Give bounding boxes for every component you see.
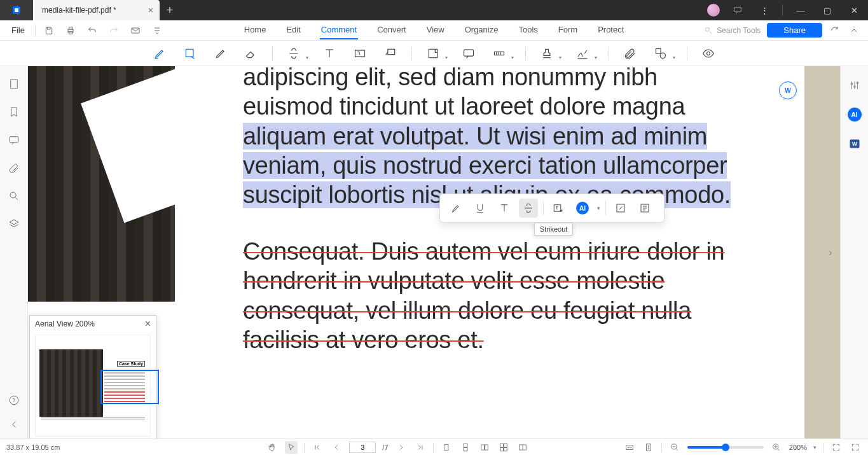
attachments-panel-icon[interactable] xyxy=(8,162,20,174)
hide-comments-icon[interactable] xyxy=(699,44,718,63)
underline-selection-icon[interactable] xyxy=(471,199,490,218)
read-mode-icon[interactable] xyxy=(516,441,529,454)
menu-form[interactable]: Form xyxy=(557,21,579,39)
close-window-button[interactable]: ✕ xyxy=(845,1,863,19)
ai-panel-icon[interactable]: AI xyxy=(847,107,862,122)
eraser-tool-icon[interactable] xyxy=(242,44,261,63)
prev-page-icon[interactable] xyxy=(330,441,343,454)
bookmarks-panel-icon[interactable] xyxy=(8,106,20,118)
maximize-button[interactable]: ▢ xyxy=(818,1,836,19)
sync-icon[interactable] xyxy=(829,22,841,39)
share-button[interactable]: Share xyxy=(767,23,822,38)
stamp-tool-icon[interactable] xyxy=(537,44,556,63)
fit-width-icon[interactable] xyxy=(623,441,636,454)
mail-icon[interactable] xyxy=(127,22,144,39)
zoom-level: 200% xyxy=(789,444,807,451)
word-panel-icon[interactable]: W xyxy=(847,136,862,151)
menu-organize[interactable]: Organize xyxy=(464,21,500,39)
svg-rect-9 xyxy=(186,49,193,57)
page-number-input[interactable] xyxy=(349,442,376,453)
fullscreen-icon[interactable] xyxy=(830,441,843,454)
format-panel-icon[interactable] xyxy=(847,78,862,93)
feedback-icon[interactable] xyxy=(729,1,747,19)
callout-tool-icon[interactable] xyxy=(381,44,400,63)
measure-tool-icon[interactable] xyxy=(490,44,509,63)
aerial-title: Aerial View 200% xyxy=(35,319,95,328)
print-icon[interactable] xyxy=(62,22,79,39)
tab-label: media-kit-file-pdf.pdf * xyxy=(42,6,116,15)
app-icon[interactable] xyxy=(0,0,33,20)
word-export-badge[interactable]: W xyxy=(779,81,797,99)
attachment-tool-icon[interactable] xyxy=(621,44,640,63)
menu-comment[interactable]: Comment xyxy=(320,21,358,39)
shapes-tool-icon[interactable] xyxy=(651,44,670,63)
aerial-close-icon[interactable]: × xyxy=(145,318,151,330)
thumbnails-panel-icon[interactable] xyxy=(8,78,20,90)
zoom-in-icon[interactable] xyxy=(770,441,783,454)
cursor-coords: 33.87 x 19.05 cm xyxy=(6,444,172,451)
edit-selection-icon[interactable] xyxy=(611,199,630,218)
comments-panel-icon[interactable] xyxy=(8,134,20,146)
svg-rect-10 xyxy=(355,50,365,57)
strikethrough-tool-icon[interactable] xyxy=(284,44,303,63)
menu-protect[interactable]: Protect xyxy=(596,21,625,39)
qat-dropdown-icon[interactable] xyxy=(149,22,165,39)
select-tool-icon[interactable] xyxy=(285,441,298,454)
search-placeholder: Search Tools xyxy=(717,26,761,35)
save-icon[interactable] xyxy=(41,22,57,39)
note-tool-icon[interactable] xyxy=(424,44,443,63)
add-text-selection-icon[interactable] xyxy=(549,199,568,218)
search-panel-icon[interactable] xyxy=(8,190,20,202)
aerial-thumbnail[interactable]: Case Study xyxy=(35,335,151,437)
document-viewport[interactable]: adipiscing elit, sed diam nonummy nibh e… xyxy=(28,66,840,438)
zoom-slider[interactable] xyxy=(687,446,764,449)
file-menu[interactable]: File xyxy=(6,25,30,35)
highlight-selection-icon[interactable] xyxy=(446,199,465,218)
strikeout-selection-icon[interactable] xyxy=(519,199,538,218)
menu-view[interactable]: View xyxy=(425,21,446,39)
area-highlight-icon[interactable] xyxy=(181,44,200,63)
next-page-arrow-icon[interactable]: › xyxy=(825,243,836,262)
minimize-button[interactable]: — xyxy=(792,1,809,19)
fit-page-icon[interactable] xyxy=(642,441,655,454)
menu-tools[interactable]: Tools xyxy=(517,21,539,39)
kebab-menu-icon[interactable]: ⋮ xyxy=(755,1,773,19)
svg-rect-22 xyxy=(554,205,561,212)
pencil-tool-icon[interactable] xyxy=(211,44,230,63)
next-page-icon[interactable] xyxy=(395,441,408,454)
undo-icon[interactable] xyxy=(84,22,100,39)
zoom-out-icon[interactable] xyxy=(668,441,681,454)
user-avatar[interactable] xyxy=(707,4,720,17)
ai-selection-button[interactable]: AI xyxy=(573,199,592,218)
prev-page-arrow-icon[interactable] xyxy=(8,418,20,431)
collapse-ribbon-icon[interactable] xyxy=(848,22,860,39)
svg-rect-11 xyxy=(388,49,395,54)
highlight-tool-icon[interactable] xyxy=(150,44,169,63)
text-selection-icon[interactable] xyxy=(495,199,514,218)
help-icon[interactable] xyxy=(8,394,20,407)
menu-convert[interactable]: Convert xyxy=(376,21,408,39)
extract-selection-icon[interactable] xyxy=(635,199,654,218)
fit-visible-icon[interactable] xyxy=(849,441,862,454)
svg-rect-14 xyxy=(495,52,504,55)
redo-icon[interactable] xyxy=(106,22,122,39)
comment-balloon-icon[interactable] xyxy=(459,44,478,63)
first-page-icon[interactable] xyxy=(311,441,324,454)
layers-panel-icon[interactable] xyxy=(8,218,20,230)
document-tab[interactable]: media-kit-file-pdf.pdf * × xyxy=(33,0,160,20)
aerial-viewport-box[interactable] xyxy=(100,370,159,404)
menu-home[interactable]: Home xyxy=(243,21,268,39)
new-tab-button[interactable]: + xyxy=(160,4,180,17)
signature-tool-icon[interactable] xyxy=(573,44,592,63)
last-page-icon[interactable] xyxy=(414,441,427,454)
hand-tool-icon[interactable] xyxy=(266,441,279,454)
textbox-tool-icon[interactable] xyxy=(350,44,369,63)
search-tools[interactable]: Search Tools xyxy=(704,26,761,35)
single-page-view-icon[interactable] xyxy=(440,441,453,454)
text-tool-icon[interactable] xyxy=(320,44,339,63)
two-page-continuous-icon[interactable] xyxy=(497,441,510,454)
continuous-view-icon[interactable] xyxy=(459,441,472,454)
two-page-view-icon[interactable] xyxy=(478,441,491,454)
menu-edit[interactable]: Edit xyxy=(285,21,301,39)
close-tab-icon[interactable]: × xyxy=(148,5,153,15)
